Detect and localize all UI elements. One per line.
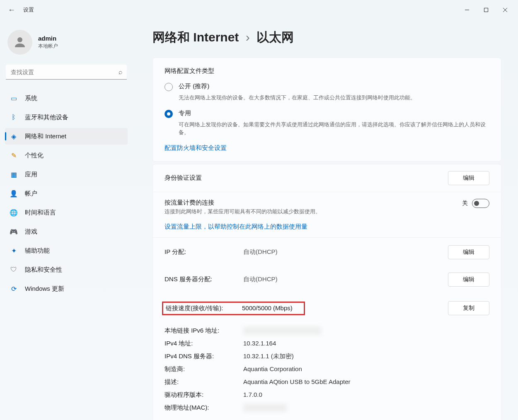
- ip-row: IP 分配: 自动(DHCP) 编辑: [153, 238, 501, 265]
- ipv4-label: IPv4 地址:: [165, 340, 243, 348]
- info-list: 本地链接 IPv6 地址:xxxxxxxxxxxxxxxxxxxxxxxxx I…: [153, 323, 501, 420]
- radio-private[interactable]: 专用: [165, 109, 489, 118]
- back-button[interactable]: ←: [3, 2, 20, 18]
- toggle-off-label: 关: [462, 200, 468, 207]
- sidebar-item-apps[interactable]: ▦应用: [5, 166, 128, 183]
- sidebar-item-accounts[interactable]: 👤帐户: [5, 185, 128, 202]
- sidebar-item-label: 时间和语言: [25, 209, 56, 217]
- auth-row: 身份验证设置 编辑: [152, 164, 501, 192]
- sidebar-item-label: 网络和 Internet: [25, 133, 66, 140]
- mfg-label: 制造商:: [165, 365, 243, 373]
- close-button[interactable]: [496, 2, 515, 18]
- dns4-label: IPv4 DNS 服务器:: [165, 352, 243, 360]
- network-details: IP 分配: 自动(DHCP) 编辑 DNS 服务器分配: 自动(DHCP) 编…: [152, 238, 501, 420]
- ipv6-label: 本地链接 IPv6 地址:: [165, 327, 243, 335]
- metered-row: 按流量计费的连接 连接到此网络时，某些应用可能具有不同的功能以减少数据使用。 关…: [152, 192, 501, 238]
- breadcrumb-parent[interactable]: 网络和 Internet: [152, 30, 239, 44]
- ipv4-value: 10.32.1.164: [243, 340, 276, 348]
- copy-button[interactable]: 复制: [448, 301, 489, 315]
- user-type: 本地帐户: [38, 43, 58, 50]
- svg-rect-1: [484, 8, 488, 12]
- window-title: 设置: [23, 6, 34, 14]
- radio-selected-icon: [165, 110, 173, 118]
- window-controls: [457, 2, 515, 18]
- ip-label: IP 分配:: [165, 248, 243, 256]
- search-wrap: ⌕: [6, 65, 127, 80]
- sidebar-item-system[interactable]: ▭系统: [5, 90, 128, 106]
- radio-public-desc: 无法在网络上发现你的设备。在大多数情况下，在家庭、工作或公共位置连接到网络时使用…: [179, 94, 489, 102]
- network-profile-panel: 网络配置文件类型 公开 (推荐) 无法在网络上发现你的设备。在大多数情况下，在家…: [152, 58, 501, 162]
- globe-icon: 🌐: [10, 209, 17, 216]
- radio-icon: [165, 83, 173, 91]
- bluetooth-icon: ᛒ: [10, 113, 17, 121]
- sidebar-item-label: 个性化: [25, 152, 44, 159]
- speed-value: 5000/5000 (Mbps): [242, 304, 293, 312]
- user-block[interactable]: admin 本地帐户: [3, 27, 129, 65]
- sidebar-item-gaming[interactable]: 🎮游戏: [5, 223, 128, 240]
- speed-row: 链接速度(接收/传输): 5000/5000 (Mbps) 复制: [153, 292, 501, 323]
- dns-label: DNS 服务器分配:: [165, 275, 243, 283]
- sidebar-item-accessibility[interactable]: ✦辅助功能: [5, 242, 128, 259]
- minimize-button[interactable]: [457, 2, 477, 18]
- desc-value: Aquantia AQtion USB to 5GbE Adapter: [243, 378, 351, 386]
- radio-private-desc: 可在网络上发现你的设备。如果需要文件共享或使用通过此网络通信的应用，请选择此选项…: [179, 121, 489, 137]
- nav: ▭系统 ᛒ蓝牙和其他设备 ◈网络和 Internet ✎个性化 ▦应用 👤帐户 …: [3, 89, 129, 298]
- mfg-value: Aquantia Corporation: [243, 365, 302, 373]
- sidebar-item-time[interactable]: 🌐时间和语言: [5, 204, 128, 221]
- search-input[interactable]: [6, 65, 127, 80]
- chevron-right-icon: ›: [246, 30, 250, 44]
- sidebar-item-label: 应用: [25, 171, 37, 179]
- user-name: admin: [38, 35, 58, 42]
- drv-label: 驱动程序版本:: [165, 391, 243, 399]
- avatar: [7, 30, 32, 55]
- sidebar-item-personalization[interactable]: ✎个性化: [5, 147, 128, 164]
- sidebar-item-update[interactable]: ⟳Windows 更新: [5, 280, 128, 297]
- breadcrumb: 网络和 Internet › 以太网: [152, 29, 501, 46]
- brush-icon: ✎: [10, 152, 17, 159]
- shield-icon: 🛡: [10, 266, 17, 273]
- dns-edit-button[interactable]: 编辑: [448, 273, 489, 287]
- sidebar-item-label: 帐户: [25, 190, 37, 198]
- metered-toggle[interactable]: [472, 199, 489, 208]
- radio-public[interactable]: 公开 (推荐): [165, 82, 489, 91]
- desc-label: 描述:: [165, 378, 243, 386]
- sidebar-item-network[interactable]: ◈网络和 Internet: [5, 128, 128, 145]
- metered-label: 按流量计费的连接: [165, 199, 321, 207]
- ipv6-value: xxxxxxxxxxxxxxxxxxxxxxxxx: [243, 327, 321, 335]
- speed-label: 链接速度(接收/传输):: [166, 304, 242, 312]
- maximize-button[interactable]: [477, 2, 496, 18]
- ip-edit-button[interactable]: 编辑: [448, 245, 489, 259]
- gamepad-icon: 🎮: [10, 228, 17, 235]
- breadcrumb-current: 以太网: [257, 30, 294, 44]
- sidebar-item-label: 游戏: [25, 228, 37, 236]
- mac-label: 物理地址(MAC):: [165, 404, 243, 412]
- sidebar-item-label: 蓝牙和其他设备: [25, 113, 68, 121]
- content: 网络和 Internet › 以太网 网络配置文件类型 公开 (推荐) 无法在网…: [133, 20, 518, 420]
- sidebar-item-bluetooth[interactable]: ᛒ蓝牙和其他设备: [5, 109, 128, 126]
- dns-row: DNS 服务器分配: 自动(DHCP) 编辑: [153, 265, 501, 292]
- metered-desc: 连接到此网络时，某些应用可能具有不同的功能以减少数据使用。: [165, 208, 321, 215]
- update-icon: ⟳: [10, 285, 17, 292]
- search-icon: ⌕: [119, 68, 123, 76]
- data-limit-link[interactable]: 设置流量上限，以帮助控制在此网络上的数据使用量: [165, 223, 489, 231]
- firewall-link[interactable]: 配置防火墙和安全设置: [165, 144, 489, 152]
- auth-label: 身份验证设置: [165, 174, 202, 182]
- apps-icon: ▦: [10, 171, 17, 178]
- sidebar-item-label: 隐私和安全性: [25, 266, 62, 274]
- wifi-icon: ◈: [10, 133, 17, 140]
- sidebar-item-label: 辅助功能: [25, 247, 50, 255]
- ip-value: 自动(DHCP): [243, 248, 448, 256]
- sidebar: admin 本地帐户 ⌕ ▭系统 ᛒ蓝牙和其他设备 ◈网络和 Internet …: [0, 20, 133, 420]
- sidebar-item-label: 系统: [25, 94, 37, 102]
- radio-public-label: 公开 (推荐): [179, 82, 209, 91]
- radio-private-label: 专用: [179, 109, 191, 118]
- dns4-value: 10.32.1.1 (未加密): [243, 352, 294, 360]
- profile-title: 网络配置文件类型: [165, 67, 489, 75]
- svg-point-4: [17, 37, 22, 42]
- sidebar-item-privacy[interactable]: 🛡隐私和安全性: [5, 261, 128, 278]
- accessibility-icon: ✦: [10, 247, 17, 254]
- person-icon: 👤: [10, 190, 17, 197]
- auth-edit-button[interactable]: 编辑: [448, 171, 489, 185]
- sidebar-item-label: Windows 更新: [25, 285, 64, 293]
- titlebar: ← 设置: [0, 0, 518, 20]
